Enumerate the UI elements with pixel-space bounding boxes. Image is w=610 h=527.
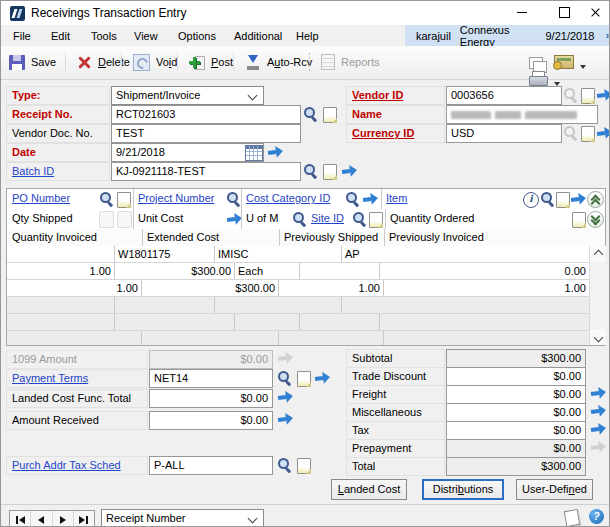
notes-icon[interactable]	[564, 509, 581, 527]
payment-terms-lookup-icon[interactable]	[277, 370, 293, 386]
session-more-chevron-icon[interactable]: »	[605, 30, 610, 41]
currency-expansion-arrow-icon[interactable]	[595, 125, 610, 141]
receipt-no-field[interactable]: RCT021603	[111, 105, 301, 124]
menu-edit[interactable]: Edit	[47, 28, 74, 44]
session-date[interactable]: 9/21/2018	[546, 30, 595, 42]
payment-terms-link[interactable]: Payment Terms	[12, 372, 88, 384]
purch-addr-lookup-icon[interactable]	[277, 457, 293, 473]
cell-quantity-ordered[interactable]: 0.00	[380, 263, 589, 279]
menu-help[interactable]: Help	[292, 28, 323, 44]
cell-previously-shipped[interactable]: 1.00	[279, 280, 384, 296]
minimize-button[interactable]	[507, 1, 537, 24]
receipt-lookup-icon[interactable]	[303, 106, 319, 122]
menu-view[interactable]: View	[130, 28, 162, 44]
menu-tools[interactable]: Tools	[87, 28, 121, 44]
cell-qty-shipped[interactable]: 1.00	[7, 263, 115, 279]
menu-options[interactable]: Options	[174, 28, 220, 44]
currency-view-icon[interactable]	[554, 55, 574, 69]
po-note-icon[interactable]	[117, 192, 131, 208]
item-lookup-icon[interactable]	[540, 191, 556, 207]
po-number-link[interactable]: PO Number	[12, 192, 70, 204]
vendor-id-field[interactable]: 0003656	[446, 86, 562, 105]
batch-expansion-arrow-icon[interactable]	[340, 163, 359, 179]
cost-category-expansion-arrow-icon[interactable]	[361, 191, 380, 207]
vendor-name-field[interactable]	[446, 105, 598, 124]
project-number-link[interactable]: Project Number	[138, 192, 214, 204]
save-button[interactable]: Save	[5, 50, 60, 74]
site-note-icon[interactable]	[369, 212, 383, 228]
po-lookup-icon[interactable]	[99, 191, 115, 207]
miscellaneous-field[interactable]: $0.00	[446, 403, 586, 422]
purch-addr-tax-field[interactable]: P-ALL	[149, 456, 273, 475]
landed-cost-expansion-arrow-icon[interactable]	[276, 389, 295, 405]
cell-extended-cost[interactable]: $300.00	[142, 280, 279, 296]
cell-u-of-m[interactable]: Each	[235, 263, 300, 279]
scroll-up-button[interactable]	[590, 246, 606, 262]
uofm-lookup-icon[interactable]	[292, 211, 308, 227]
void-button[interactable]: Void	[129, 50, 181, 74]
batch-id-link[interactable]: Batch ID	[12, 165, 54, 177]
first-record-button[interactable]	[10, 511, 31, 527]
cost-category-link[interactable]: Cost Category ID	[246, 192, 330, 204]
receipt-note-icon[interactable]	[323, 107, 337, 123]
project-lookup-icon[interactable]	[226, 191, 242, 207]
close-button[interactable]	[580, 1, 610, 24]
date-field[interactable]: 9/21/2018	[111, 143, 264, 162]
cell-quantity-invoiced[interactable]: 1.00	[7, 280, 142, 296]
cell-po-number[interactable]	[7, 246, 115, 262]
item-info-icon[interactable]	[523, 192, 539, 208]
auto-rcv-button[interactable]: Auto-Rcv	[241, 50, 316, 74]
vendor-note-icon[interactable]	[581, 88, 595, 104]
calendar-icon[interactable]	[245, 145, 263, 161]
type-dropdown[interactable]: Shipment/Invoice	[111, 86, 264, 105]
quantity-ordered-note-icon[interactable]	[572, 212, 586, 228]
menu-additional[interactable]: Additional	[230, 28, 286, 44]
menu-file[interactable]: File	[9, 28, 35, 44]
miscellaneous-expansion-arrow-icon[interactable]	[589, 403, 608, 419]
expand-detail-icon[interactable]	[587, 211, 604, 228]
purch-addr-tax-sched-link[interactable]: Purch Addr Tax Sched	[12, 459, 121, 471]
site-lookup-icon[interactable]	[352, 211, 368, 227]
line1-subrow-qty[interactable]: 1.00 $300.00 Each 0.00	[7, 263, 589, 280]
item-expansion-arrow-icon[interactable]	[569, 191, 588, 207]
cell-site-id[interactable]	[300, 263, 380, 279]
user-defined-button[interactable]: User-Defined	[516, 479, 593, 500]
currency-note-icon[interactable]	[581, 126, 595, 142]
cell-item[interactable]: AP	[342, 246, 589, 262]
cell-project-number[interactable]: W1801175	[115, 246, 215, 262]
line1-subrow-po[interactable]: W1801175 IMISC AP	[7, 246, 589, 263]
post-button[interactable]: Post	[185, 50, 237, 74]
payment-terms-note-icon[interactable]	[297, 371, 311, 387]
cost-category-lookup-icon[interactable]	[345, 191, 361, 207]
lookup-by-dropdown[interactable]: Receipt Number	[101, 509, 264, 527]
landed-cost-total-field[interactable]: $0.00	[149, 389, 273, 408]
payment-terms-field[interactable]: NET14	[149, 369, 273, 388]
empty-row[interactable]	[7, 331, 589, 345]
last-record-button[interactable]	[74, 511, 94, 527]
currency-dropdown-caret-icon[interactable]	[580, 65, 586, 69]
vendor-expansion-arrow-icon[interactable]	[595, 87, 610, 103]
batch-id-field[interactable]: KJ-0921118-TEST	[111, 162, 301, 181]
freight-expansion-arrow-icon[interactable]	[589, 385, 608, 401]
currency-id-link[interactable]: Currency ID	[352, 127, 414, 139]
amount-received-field[interactable]: $0.00	[149, 411, 273, 430]
cell-cost-category[interactable]: IMISC	[215, 246, 342, 262]
cell-previously-invoiced[interactable]: 1.00	[384, 280, 589, 296]
delete-button[interactable]: Delete	[73, 50, 134, 74]
previous-record-button[interactable]	[31, 511, 52, 527]
batch-lookup-icon[interactable]	[303, 163, 319, 179]
site-id-link[interactable]: Site ID	[311, 212, 344, 224]
vendor-id-link[interactable]: Vendor ID	[352, 89, 403, 101]
date-expansion-arrow-icon[interactable]	[266, 144, 285, 160]
collapse-detail-icon[interactable]	[587, 191, 604, 208]
scroll-down-button[interactable]	[590, 329, 606, 345]
empty-row[interactable]	[7, 297, 589, 314]
next-record-button[interactable]	[53, 511, 74, 527]
maximize-button[interactable]	[549, 1, 579, 24]
trade-discount-field[interactable]: $0.00	[446, 367, 586, 386]
cell-unit-cost[interactable]: $300.00	[115, 263, 235, 279]
line1-subrow-invoiced[interactable]: 1.00 $300.00 1.00 1.00	[7, 280, 589, 297]
tax-expansion-arrow-icon[interactable]	[589, 421, 608, 437]
freight-field[interactable]: $0.00	[446, 385, 586, 404]
layout-icon[interactable]	[529, 57, 543, 69]
